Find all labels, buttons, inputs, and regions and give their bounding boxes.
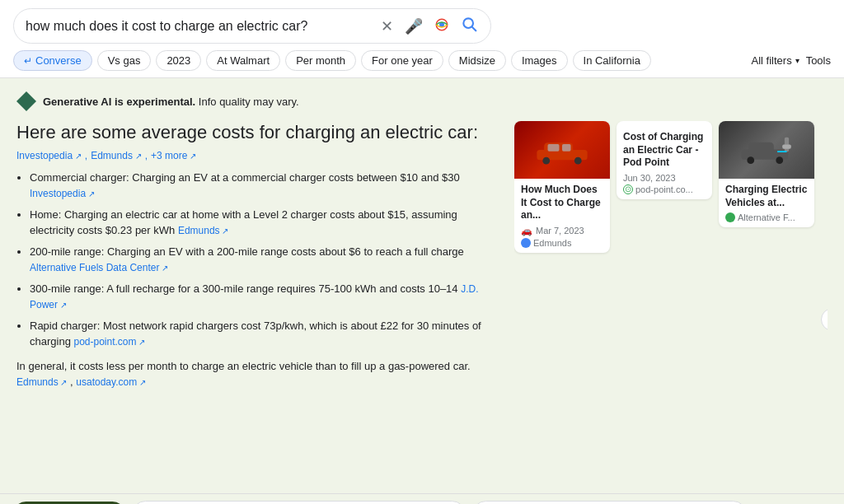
search-input[interactable] xyxy=(26,19,373,34)
filter-right: All filters ▾ Tools xyxy=(752,54,831,67)
svg-point-6 xyxy=(542,157,550,165)
filter-chip-permonth[interactable]: Per month xyxy=(285,50,356,71)
filter-chip-images[interactable]: Images xyxy=(511,50,568,71)
all-filters-button[interactable]: All filters ▾ xyxy=(752,54,799,67)
card-3-image xyxy=(719,121,814,179)
source-investopedia[interactable]: Investopedia xyxy=(16,150,82,161)
card-1-source: Edmunds xyxy=(521,238,603,248)
card-1-content: How Much Does It Cost to Charge an... 🚗 … xyxy=(514,179,610,253)
svg-rect-8 xyxy=(548,144,560,152)
ai-summary: In general, it costs less per month to c… xyxy=(16,358,501,390)
list-item: Commercial charger: Charging an EV at a … xyxy=(30,170,501,202)
filter-chip-2023[interactable]: 2023 xyxy=(156,50,201,71)
cards-col: How Much Does It Cost to Charge an... 🚗 … xyxy=(514,121,828,485)
search-input-wrapper: ✕ 🎤 xyxy=(13,8,491,44)
mic-button[interactable]: 🎤 xyxy=(403,16,424,37)
bullet-source-2[interactable]: Alternative Fuels Data Center xyxy=(30,262,168,273)
source-edmunds[interactable]: Edmunds xyxy=(91,150,141,161)
list-item: Home: Charging an electric car at home w… xyxy=(30,207,501,239)
svg-point-12 xyxy=(747,156,754,164)
filter-chip-converse[interactable]: ↵ Converse xyxy=(13,50,92,71)
car-icon: 🚗 xyxy=(521,226,532,236)
clear-button[interactable]: ✕ xyxy=(379,16,395,37)
lens-button[interactable] xyxy=(433,16,451,37)
cards-next-button[interactable]: › xyxy=(821,308,828,331)
card-1-image xyxy=(514,121,610,179)
card-3-source: Alternative F... xyxy=(725,212,808,222)
card-2[interactable]: Cost of Charging an Electric Car - Pod P… xyxy=(617,121,712,199)
card-2-title: Cost of Charging an Electric Car - Pod P… xyxy=(623,131,706,170)
mic-icon: 🎤 xyxy=(405,17,423,35)
svg-point-13 xyxy=(776,156,783,164)
suggestion-chip-1[interactable]: ↵ How much does it cost to charge an ele… xyxy=(132,501,465,504)
bullet-source-1[interactable]: Edmunds xyxy=(178,225,228,236)
source-dot-blue xyxy=(521,238,531,248)
card-2-content: Cost of Charging an Electric Car - Pod P… xyxy=(617,121,712,199)
svg-rect-9 xyxy=(562,144,571,152)
filter-chip-midsize[interactable]: Midsize xyxy=(448,50,506,71)
ai-text-col: Here are some average costs for charging… xyxy=(16,121,501,485)
card-2-date: Jun 30, 2023 xyxy=(623,173,706,183)
ai-heading: Here are some average costs for charging… xyxy=(16,121,501,145)
bullet-source-0[interactable]: Investopedia xyxy=(30,188,95,199)
bullet-source-4[interactable]: pod-point.com xyxy=(74,336,146,348)
summary-source-2[interactable]: usatoday.com xyxy=(76,376,146,388)
svg-point-7 xyxy=(574,157,582,165)
search-bar-area: ✕ 🎤 xyxy=(0,0,844,78)
search-button[interactable] xyxy=(459,14,479,38)
card-3[interactable]: Charging Electric Vehicles at... Alterna… xyxy=(719,121,814,227)
source-dot-green xyxy=(725,212,735,222)
bottom-bar: ↵ Ask a follow up ↵ How much does it cos… xyxy=(0,493,844,504)
ai-notice-text: Generative AI is experimental. Info qual… xyxy=(43,96,299,108)
converse-arrow-icon: ↵ xyxy=(24,55,32,67)
card-1-date: 🚗 Mar 7, 2023 xyxy=(521,226,603,236)
svg-line-3 xyxy=(472,27,476,31)
filter-chip-vsgas[interactable]: Vs gas xyxy=(97,50,152,71)
clear-icon: ✕ xyxy=(381,17,393,35)
filter-chip-california[interactable]: In California xyxy=(573,50,651,71)
summary-source-1[interactable]: Edmunds xyxy=(16,376,67,388)
filter-row: ↵ Converse Vs gas 2023 At Walmart Per mo… xyxy=(13,50,831,71)
list-item: 200-mile range: Charging an EV with a 20… xyxy=(30,244,501,276)
filter-chip-walmart[interactable]: At Walmart xyxy=(206,50,280,71)
search-icons: ✕ 🎤 xyxy=(379,14,479,38)
search-icon xyxy=(461,16,477,36)
chevron-down-icon: ▾ xyxy=(795,56,799,65)
pod-point-icon: ⊙ xyxy=(623,184,633,194)
lens-icon xyxy=(434,17,449,35)
sources-line: Investopedia , Edmunds , +3 more xyxy=(16,150,501,161)
main-content: Generative AI is experimental. Info qual… xyxy=(0,78,844,493)
search-bar-row: ✕ 🎤 xyxy=(13,8,831,44)
filter-chip-foroneyear[interactable]: For one year xyxy=(361,50,443,71)
ai-body: Here are some average costs for charging… xyxy=(16,121,828,485)
list-item: Rapid charger: Most network rapid charge… xyxy=(30,318,501,350)
source-more[interactable]: +3 more xyxy=(151,150,196,161)
svg-rect-11 xyxy=(748,142,774,152)
svg-rect-15 xyxy=(782,144,791,148)
tools-button[interactable]: Tools xyxy=(806,54,831,67)
bullet-list: Commercial charger: Charging an EV at a … xyxy=(16,170,501,350)
card-1[interactable]: How Much Does It Cost to Charge an... 🚗 … xyxy=(514,121,610,253)
ai-diamond-icon xyxy=(16,91,36,111)
card-3-title: Charging Electric Vehicles at... xyxy=(725,184,808,209)
ai-section: Generative AI is experimental. Info qual… xyxy=(0,78,844,493)
list-item: 300-mile range: A full recharge for a 30… xyxy=(30,281,501,313)
ai-notice: Generative AI is experimental. Info qual… xyxy=(16,91,828,111)
card-3-content: Charging Electric Vehicles at... Alterna… xyxy=(719,179,814,227)
card-1-title: How Much Does It Cost to Charge an... xyxy=(521,184,603,222)
card-2-source: ⊙ pod-point.co... xyxy=(623,184,706,194)
suggestion-chip-2[interactable]: ↵ Is charging an electric car cheaper th… xyxy=(472,501,747,504)
